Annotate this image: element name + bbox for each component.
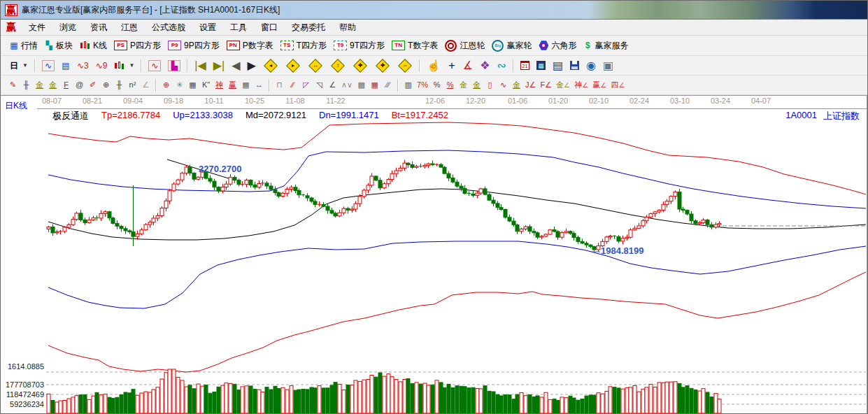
spiral-tool-button[interactable]: @	[73, 79, 86, 91]
glyph-icon: ❖	[480, 61, 490, 71]
hexagon-button[interactable]: 六角形	[535, 39, 580, 52]
p-square-button[interactable]: PSP四方形	[111, 39, 164, 52]
f-fence-button[interactable]: F	[59, 79, 73, 91]
zoom-all-diamond-button[interactable]: ✚	[349, 59, 371, 73]
angle-measure-tool-button[interactable]: ∡	[460, 60, 476, 71]
wave-3-button[interactable]: ∿3	[73, 60, 92, 71]
9p-square-button[interactable]: P99P四方形	[164, 39, 223, 52]
winner-wheel-button[interactable]: Big赢家轮	[488, 39, 535, 52]
slant-lines-button[interactable]: ∕∕∕	[381, 79, 394, 91]
pan-right-diamond-button[interactable]: ▸	[282, 59, 304, 73]
gold-circle-button[interactable]: 金	[457, 79, 470, 91]
fan-red-button[interactable]: ∕∕	[286, 79, 299, 91]
glyph-icon: ▦	[10, 41, 18, 50]
p-number-table-button[interactable]: PNP数字表	[223, 39, 277, 52]
gann-box-button[interactable]: ⊓	[273, 79, 286, 91]
gold-angle-button[interactable]: 金∠	[554, 79, 572, 91]
save-web-button[interactable]: ◉	[583, 60, 599, 71]
trend-chart-button[interactable]: ∿	[38, 59, 58, 72]
gold-fence-1-button[interactable]: 金	[33, 79, 46, 91]
sectors-button[interactable]: ▚板块	[41, 39, 76, 52]
pen-tool-button[interactable]: ✎	[6, 79, 20, 91]
star-grid-button[interactable]: ✳	[173, 79, 186, 91]
ying-angle-button[interactable]: 赢∠	[590, 79, 609, 91]
expand-diamond-button[interactable]: ✚	[371, 59, 394, 73]
step-left-button[interactable]: ◀	[228, 60, 243, 71]
fence-grid-2-button[interactable]: ╫	[113, 79, 126, 91]
j-angle-button[interactable]: J∠	[523, 79, 538, 91]
angle-lines-button[interactable]: ∠	[326, 79, 339, 91]
menu-item-6[interactable]: 工具	[223, 20, 254, 35]
target-circle-button[interactable]: ⊕	[159, 79, 173, 91]
si-angle-button[interactable]: 四∠	[609, 79, 627, 91]
f-angle-button[interactable]: F∠	[538, 79, 554, 91]
menu-item-5[interactable]: 设置	[192, 20, 223, 35]
wave-9-button[interactable]: ∿9	[92, 60, 111, 71]
ying-grid-button[interactable]: 赢	[226, 79, 239, 91]
pattern-tool-button[interactable]: ∾	[494, 60, 510, 71]
gold-fence-2-button[interactable]: 金	[46, 79, 59, 91]
gann-wheel-button[interactable]: 江恩轮	[441, 39, 488, 52]
zigzag-button[interactable]: ∧∨	[339, 79, 355, 91]
grid-a-button[interactable]: ▩	[355, 79, 368, 91]
calendar-button[interactable]: 21	[517, 60, 533, 71]
winner-service-button[interactable]: $赢家服务	[580, 39, 632, 52]
notes-button[interactable]: ▤	[549, 60, 567, 71]
fit-diamond-button[interactable]: ⇔	[394, 59, 416, 73]
n-squared-button[interactable]: n²	[126, 79, 139, 91]
column-stats-button[interactable]: ▥	[401, 79, 415, 91]
gann-dial-button[interactable]: ⊕	[99, 79, 113, 91]
f10-info-button[interactable]: ▤	[58, 60, 73, 71]
hand-tool-button[interactable]: ☝	[423, 60, 444, 71]
zoom-v-diamond-button[interactable]: ↕	[327, 59, 349, 73]
volume-profile-button[interactable]: ▙	[164, 59, 184, 72]
wave-av-button[interactable]: ∿	[497, 79, 510, 91]
print-button[interactable]: ▣	[599, 60, 617, 71]
save-button[interactable]	[567, 60, 583, 71]
percent-line-button[interactable]: %	[443, 79, 457, 91]
grid-b-button[interactable]: ▦	[368, 79, 381, 91]
menu-item-7[interactable]: 窗口	[254, 20, 285, 35]
gold-line-button[interactable]: 金	[470, 79, 483, 91]
chart-canvas[interactable]	[1, 117, 867, 414]
candle-flag-button[interactable]: ▯	[483, 79, 497, 91]
menu-item-3[interactable]: 江恩	[114, 20, 145, 35]
candle-style-dropdown-button[interactable]: ▼	[111, 60, 138, 71]
menu-item-1[interactable]: 浏览	[52, 20, 83, 35]
menu-item-8[interactable]: 交易委托	[285, 20, 332, 35]
step-right-button[interactable]: ▶	[244, 60, 259, 71]
fan-box-dark-button[interactable]: ◹	[313, 79, 326, 91]
percent-red-button[interactable]: 7%	[415, 79, 430, 91]
shen-angle-button[interactable]: 神∠	[572, 79, 590, 91]
shen-grid-button[interactable]: 神	[213, 79, 226, 91]
zoom-h-diamond-button[interactable]: ↔	[304, 59, 327, 73]
percent-button[interactable]: %	[430, 79, 443, 91]
market-quotes-button[interactable]: ▦行情	[6, 39, 41, 52]
t-square-button[interactable]: TST四方形	[277, 39, 330, 52]
fan-box-purple-button[interactable]: ◸	[299, 79, 313, 91]
jump-first-button[interactable]: |◀	[191, 60, 209, 71]
crosshair-tool-button[interactable]: +	[444, 60, 460, 71]
pan-left-diamond-button[interactable]: ◂	[259, 59, 282, 73]
calculator-button[interactable]: ▦	[533, 60, 549, 71]
ruler-grid-button[interactable]: ▦	[239, 79, 252, 91]
menu-item-0[interactable]: 文件	[22, 20, 52, 35]
t-number-table-button[interactable]: TNT数字表	[388, 39, 441, 52]
gold-line-2-button[interactable]: 金	[510, 79, 523, 91]
menu-item-9[interactable]: 帮助	[332, 20, 363, 35]
fence-grid-button[interactable]: ╫	[20, 79, 33, 91]
9t-square-button[interactable]: T99T四方形	[330, 39, 388, 52]
period-day-dropdown-button[interactable]: 日▼	[6, 60, 31, 71]
span-arrows-button[interactable]: ↔	[252, 79, 266, 91]
menu-item-4[interactable]: 公式选股	[145, 20, 192, 35]
pen-ruler-button[interactable]: ✐	[86, 79, 99, 91]
k-marks-button[interactable]: K"	[199, 79, 213, 91]
gann-shape-tool-button[interactable]: ❖	[476, 60, 493, 71]
square-grid-button[interactable]: ▦	[186, 79, 199, 91]
pane-label-daily-kline[interactable]: 日K线	[5, 100, 27, 112]
mirror-angle-button[interactable]: ∠	[139, 79, 152, 91]
menu-item-2[interactable]: 资讯	[83, 20, 114, 35]
jump-last-button[interactable]: ▶|	[210, 60, 228, 71]
trend-chart-red-button[interactable]: ∿	[145, 59, 164, 72]
kline-button[interactable]: K线	[76, 39, 111, 52]
